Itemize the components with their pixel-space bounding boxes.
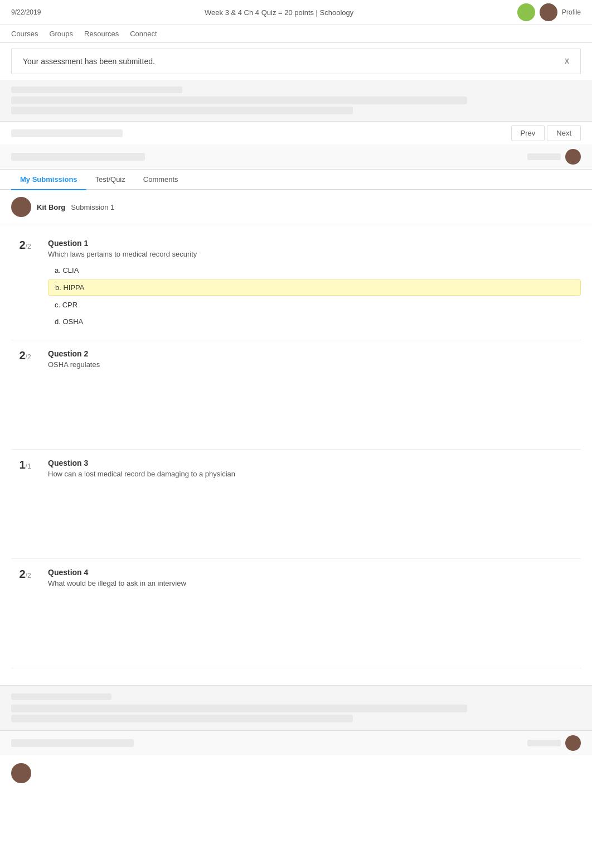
date-label: 9/22/2019 <box>11 8 41 16</box>
nav-groups[interactable]: Groups <box>49 30 73 38</box>
q2-title: Question 2 <box>48 349 581 358</box>
student-avatar <box>11 197 31 217</box>
close-button[interactable]: X <box>565 57 569 65</box>
q1-text: Which laws pertains to medical record se… <box>48 250 581 258</box>
bottom-score-blurred <box>527 740 561 746</box>
submission-banner: Your assessment has been submitted. X <box>11 49 581 74</box>
footer-line-1 <box>11 705 467 712</box>
question-3-content: Question 3 How can a lost medical record… <box>48 459 581 549</box>
question-block-2: 2/2 Question 2 OSHA regulates <box>11 340 581 450</box>
user-label: Profile <box>562 8 581 16</box>
footer-breadcrumb <box>11 693 111 700</box>
bottom-title-blurred <box>11 739 134 747</box>
question-4-content: Question 4 What would be illegal to ask … <box>48 568 581 659</box>
question-1-content: Question 1 Which laws pertains to medica… <box>48 239 581 331</box>
next-button[interactable]: Next <box>547 125 581 141</box>
q3-title: Question 3 <box>48 459 581 467</box>
student-name: Kit Borg <box>37 203 65 211</box>
question-2-content: Question 2 OSHA regulates <box>48 349 581 440</box>
q1-option-b: b. HIPPA <box>48 279 581 296</box>
score-info-bar <box>0 144 592 170</box>
nav-resources[interactable]: Resources <box>84 30 119 38</box>
breadcrumb-line-3 <box>11 107 353 114</box>
q1-score-earned: 2 <box>19 239 25 251</box>
q1-option-a: a. CLIA <box>48 263 581 278</box>
tab-my-submissions[interactable]: My Submissions <box>11 170 86 190</box>
score-blurred <box>11 129 123 137</box>
q1-option-c: c. CPR <box>48 297 581 312</box>
score-title-blurred <box>11 153 145 161</box>
avatar-green[interactable] <box>517 3 535 21</box>
nav-score-wrapper: Prev Next <box>0 122 592 144</box>
q3-score-denom: /1 <box>26 462 31 470</box>
tab-test-quiz[interactable]: Test/Quiz <box>86 170 134 190</box>
question-block-1: 2/2 Question 1 Which laws pertains to me… <box>11 230 581 340</box>
question-3-score: 1/1 <box>11 459 39 549</box>
q4-score-earned: 2 <box>19 568 25 580</box>
page-title: Week 3 & 4 Ch 4 Quiz = 20 points | Schoo… <box>205 8 353 17</box>
footer-section <box>0 685 592 730</box>
q4-score-denom: /2 <box>26 572 31 580</box>
tabs: My Submissions Test/Quiz Comments <box>0 170 592 190</box>
nav-buttons: Prev Next <box>511 125 581 141</box>
assignment-score-area <box>11 127 123 139</box>
question-block-3: 1/1 Question 3 How can a lost medical re… <box>11 450 581 559</box>
q2-score-denom: /2 <box>26 353 31 361</box>
prev-button[interactable]: Prev <box>511 125 545 141</box>
q1-option-d: d. OSHA <box>48 314 581 329</box>
q3-text: How can a lost medical record be damagin… <box>48 470 581 478</box>
top-bar: 9/22/2019 Week 3 & 4 Ch 4 Quiz = 20 poin… <box>0 0 592 25</box>
q4-text: What would be illegal to ask in an inter… <box>48 579 581 587</box>
footer-line-2 <box>11 715 353 722</box>
q2-score-earned: 2 <box>19 349 25 361</box>
score-right <box>527 149 581 165</box>
question-2-score: 2/2 <box>11 349 39 440</box>
q2-text: OSHA regulates <box>48 360 581 369</box>
question-1-score: 2/2 <box>11 239 39 331</box>
q3-score-earned: 1 <box>19 459 25 471</box>
submission-header: Kit Borg Submission 1 <box>0 190 592 224</box>
breadcrumb-line-1 <box>11 86 182 93</box>
q1-title: Question 1 <box>48 239 581 248</box>
q4-answer-area <box>48 592 581 659</box>
bottom-avatar <box>565 735 581 751</box>
bottom-student-area <box>0 755 592 791</box>
nav-courses[interactable]: Courses <box>11 30 38 38</box>
nav-bar: Courses Groups Resources Connect <box>0 25 592 43</box>
bottom-score-bar <box>0 730 592 755</box>
top-bar-right: Profile <box>517 3 581 21</box>
bottom-score-right <box>527 735 581 751</box>
submission-message: Your assessment has been submitted. <box>23 57 155 66</box>
breadcrumb-line-2 <box>11 97 467 104</box>
q4-title: Question 4 <box>48 568 581 577</box>
q2-answer-area <box>48 373 581 440</box>
question-4-score: 2/2 <box>11 568 39 659</box>
question-block-4: 2/2 Question 4 What would be illegal to … <box>11 559 581 668</box>
score-numbers-blurred <box>527 153 561 160</box>
nav-connect[interactable]: Connect <box>130 30 157 38</box>
bottom-assignment-title <box>11 737 134 749</box>
questions-area: 2/2 Question 1 Which laws pertains to me… <box>0 224 592 674</box>
submission-label: Submission 1 <box>71 203 114 211</box>
score-avatar <box>565 149 581 165</box>
tab-comments[interactable]: Comments <box>134 170 187 190</box>
bottom-student-avatar <box>11 763 31 783</box>
footer-assignment-info <box>11 705 581 722</box>
score-title-area <box>11 151 145 163</box>
q1-score-denom: /2 <box>26 243 31 250</box>
avatar-brown[interactable] <box>540 3 557 21</box>
breadcrumb-area <box>0 80 592 122</box>
q3-answer-area <box>48 483 581 549</box>
